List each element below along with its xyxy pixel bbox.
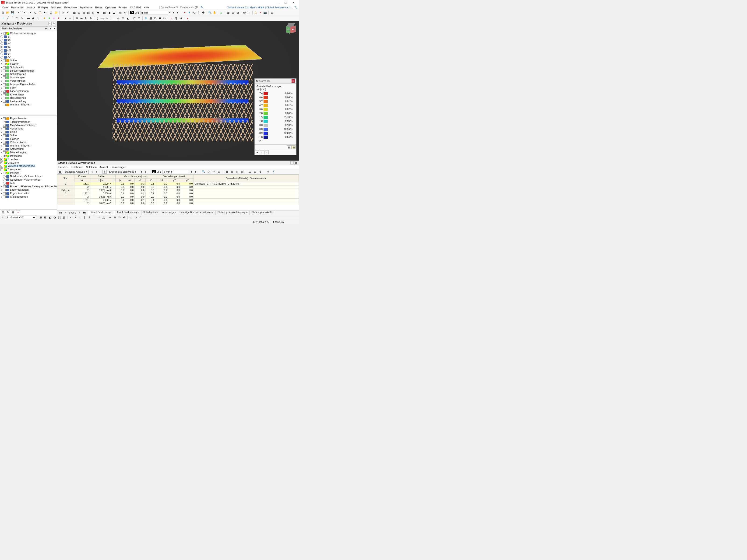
minimize-button[interactable]: — bbox=[274, 0, 282, 5]
tab-schnittgroessen[interactable]: Schnittgrößen bbox=[141, 211, 160, 215]
nav-tab1-icon[interactable]: ▤ bbox=[1, 210, 5, 214]
grid2-icon[interactable]: ⊞ bbox=[231, 10, 235, 15]
print-icon[interactable]: 🖨 bbox=[49, 10, 53, 15]
new-icon[interactable]: 🗎 bbox=[1, 10, 5, 15]
delete-icon[interactable]: ✕ bbox=[43, 10, 47, 15]
table5-icon[interactable]: ▨ bbox=[91, 10, 95, 15]
load3-icon[interactable]: ▼ bbox=[121, 16, 125, 20]
res-mode-icon[interactable]: ↯ bbox=[102, 170, 107, 174]
res-menu-goto[interactable]: Gehe zu bbox=[58, 166, 68, 168]
results-tree-bottom[interactable]: ▸Ergebniswerte Titelinformationen Max/Mi… bbox=[0, 116, 57, 209]
arc-icon[interactable]: ⌒ bbox=[10, 16, 15, 20]
zoom-icon[interactable]: 🔍 bbox=[208, 10, 212, 15]
render-icon[interactable]: ◐ bbox=[242, 10, 247, 15]
menu-ansicht[interactable]: Ansicht bbox=[25, 6, 36, 9]
cs-select[interactable]: 1 - Global XYZ bbox=[6, 216, 36, 219]
analysis-type-select[interactable]: Statische Analyse bbox=[0, 26, 48, 30]
res-filter-icon[interactable]: ⚗ bbox=[207, 170, 211, 174]
clip-icon[interactable]: ✂ bbox=[162, 16, 167, 20]
3d-viewport[interactable]: +Y +X Steuerpanel✕ Globale Verformungen … bbox=[57, 21, 299, 161]
panel-btn1-icon[interactable]: ▦ bbox=[287, 145, 291, 149]
hinge-icon[interactable]: ○ bbox=[68, 16, 72, 20]
res-first-icon[interactable]: ⏮ bbox=[58, 211, 62, 215]
t2-icon[interactable]: ✦ bbox=[47, 16, 51, 20]
grid3-icon[interactable]: ⊟ bbox=[235, 10, 240, 15]
res-last-icon[interactable]: ⏭ bbox=[82, 211, 86, 215]
redo-icon[interactable]: ↷ bbox=[22, 10, 26, 15]
move-icon[interactable]: ✥ bbox=[89, 16, 93, 20]
sec2-icon[interactable]: ⊐ bbox=[137, 16, 141, 20]
nav-tab4-icon[interactable]: ↝ bbox=[16, 210, 20, 214]
show1-icon[interactable]: ✦ bbox=[183, 10, 187, 15]
results-tree-top[interactable]: ▾Globale Verformungen |u| uX uY uZ φX φY… bbox=[0, 31, 57, 116]
menu-bearbeiten[interactable]: Bearbeiten bbox=[10, 6, 25, 9]
t3-icon[interactable]: ✦ bbox=[52, 16, 56, 20]
dim2-icon[interactable]: ⇅ bbox=[197, 10, 201, 15]
res-tool-icon[interactable]: ▦ bbox=[58, 170, 62, 174]
ext-icon[interactable]: ⟶ bbox=[100, 16, 104, 20]
menu-einfuegen[interactable]: Einfügen bbox=[36, 6, 49, 9]
wire-icon[interactable]: ⬚ bbox=[247, 10, 251, 15]
res-mode-combo[interactable]: Ergebnisse stabweise ▾ bbox=[108, 170, 138, 174]
nav3-icon[interactable]: ⬓ bbox=[111, 10, 116, 15]
ax3-icon[interactable]: ⇉ bbox=[179, 16, 183, 20]
member2-icon[interactable]: ▬ bbox=[26, 16, 31, 20]
loadcase-combo[interactable]: G LF1 g min ▾ bbox=[130, 11, 171, 15]
maximize-button[interactable]: ☐ bbox=[282, 0, 289, 5]
panel-tab-colors-icon[interactable]: ≡ bbox=[255, 151, 259, 154]
prev-lc-icon[interactable]: ◂ bbox=[171, 10, 175, 15]
t1-icon[interactable]: ✦ bbox=[43, 16, 47, 20]
results-table[interactable]: Stab Knoten Stelle Verschiebungen [mm] V… bbox=[57, 175, 299, 210]
check-icon[interactable]: ✓ bbox=[66, 10, 70, 15]
undo-icon[interactable]: ↶ bbox=[17, 10, 21, 15]
cut-icon[interactable]: ✂ bbox=[28, 10, 33, 15]
support-icon[interactable]: ▲ bbox=[63, 16, 68, 20]
tab-lokale-verformungen[interactable]: Lokale Verformungen bbox=[115, 211, 141, 215]
table3-icon[interactable]: ▥ bbox=[81, 10, 86, 15]
surf-icon[interactable]: ◆ bbox=[31, 16, 35, 20]
tab-globale-verformungen[interactable]: Globale Verformungen bbox=[88, 211, 115, 215]
tab-stabendk[interactable]: Stabendgelenkkräfte bbox=[250, 211, 275, 215]
res-menu-sel[interactable]: Selektion bbox=[86, 166, 97, 168]
help-icon[interactable]: 🔧 bbox=[294, 5, 298, 9]
res-zoom-icon[interactable]: 🔍 bbox=[202, 170, 206, 174]
settings-icon[interactable]: ⚙ bbox=[123, 10, 127, 15]
res-axes-icon[interactable]: ⟀ bbox=[217, 170, 221, 174]
next-lc-icon[interactable]: ▸ bbox=[176, 10, 180, 15]
selected-tree-item[interactable]: Weiche Farbübergänge bbox=[7, 164, 35, 167]
folder-icon[interactable]: 📁 bbox=[54, 10, 58, 15]
pt-icon[interactable]: ● bbox=[185, 16, 189, 20]
axes-icon[interactable]: ✢ bbox=[201, 10, 205, 15]
panel-btn2-icon[interactable]: ▦ bbox=[291, 145, 295, 149]
rotate-icon[interactable]: ↻ bbox=[84, 16, 88, 20]
calc-icon[interactable]: ⚙ bbox=[61, 10, 65, 15]
node-icon[interactable]: • bbox=[1, 16, 5, 20]
axes2-icon[interactable]: ⟀ bbox=[220, 10, 224, 15]
cam-icon[interactable]: 📷 bbox=[263, 10, 267, 15]
res-analysis-combo[interactable]: Statische Analyse ▾ bbox=[63, 170, 89, 174]
nav-tab2-icon[interactable]: 👁 bbox=[6, 210, 10, 214]
int-icon[interactable]: ✂ bbox=[105, 16, 109, 20]
grid1-icon[interactable]: ▦ bbox=[226, 10, 230, 15]
view-cube[interactable]: +Y +X bbox=[285, 23, 296, 34]
hand-icon[interactable]: ✋ bbox=[213, 10, 217, 15]
units-icon[interactable]: m bbox=[118, 10, 123, 15]
panel-tab-scale-icon[interactable]: ⚖ bbox=[260, 151, 264, 154]
menu-ergebnisse[interactable]: Ergebnisse bbox=[78, 6, 94, 9]
mirror-icon[interactable]: ⇋ bbox=[79, 16, 83, 20]
tab-verzerrungen[interactable]: Verzerrungen bbox=[160, 211, 178, 215]
keyword-search[interactable] bbox=[159, 6, 199, 9]
show2-icon[interactable]: ✶ bbox=[187, 10, 191, 15]
err-icon[interactable]: ✕ bbox=[258, 10, 263, 15]
close-button[interactable]: ✕ bbox=[289, 0, 298, 5]
res-menu-settings[interactable]: Einstellungen bbox=[111, 166, 126, 168]
pin-icon[interactable]: ▫ bbox=[48, 22, 52, 25]
poly-icon[interactable]: ⬠ bbox=[15, 16, 19, 20]
div-icon[interactable]: ⋮ bbox=[96, 16, 100, 20]
tab-stabendv[interactable]: Stabendgelenkverformungen bbox=[216, 211, 250, 215]
paste-icon[interactable]: 📋 bbox=[38, 10, 42, 15]
results-close-icon[interactable]: ✕ bbox=[294, 161, 298, 164]
prev-icon[interactable]: ◂ bbox=[49, 26, 52, 30]
cube-icon[interactable]: ◻ bbox=[153, 16, 157, 20]
res-lc-combo[interactable]: g min ▾ bbox=[162, 170, 188, 174]
